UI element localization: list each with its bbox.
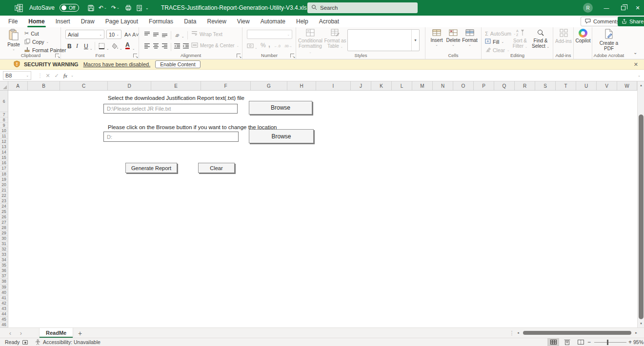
- enable-content-button[interactable]: Enable Content: [155, 60, 200, 68]
- underline-button[interactable]: U: [84, 42, 88, 50]
- scroll-right-icon[interactable]: ▸: [633, 329, 639, 336]
- location-path-input[interactable]: [103, 132, 239, 142]
- search-box[interactable]: [307, 2, 418, 13]
- scroll-down-icon[interactable]: ▾: [638, 320, 644, 327]
- font-name-select[interactable]: Arial⌄: [65, 30, 104, 39]
- comments-button[interactable]: Comments: [581, 17, 624, 26]
- vertical-scrollbar[interactable]: ▴ ▾: [637, 81, 644, 327]
- row-header-39[interactable]: 39: [0, 285, 8, 290]
- percent-style-icon[interactable]: %: [261, 41, 266, 49]
- avatar[interactable]: R: [583, 3, 593, 13]
- borders-icon[interactable]: [99, 42, 105, 50]
- clear-form-button[interactable]: Clear: [198, 163, 235, 173]
- share-button[interactable]: Share ⌄: [618, 17, 644, 26]
- restore-button[interactable]: [616, 0, 630, 16]
- decrease-font-size-icon[interactable]: A˅: [132, 31, 139, 38]
- column-header-U[interactable]: U: [576, 81, 597, 90]
- generate-report-button[interactable]: Generate Report: [125, 163, 177, 173]
- macro-recording-icon[interactable]: [22, 338, 28, 346]
- row-header-20[interactable]: 20: [0, 182, 8, 188]
- tab-insert[interactable]: Insert: [50, 16, 76, 27]
- normal-view-button[interactable]: [547, 338, 559, 346]
- row-header-26[interactable]: 26: [0, 214, 8, 220]
- create-pdf-button[interactable]: Create a PDF: [595, 29, 623, 51]
- tab-review[interactable]: Review: [201, 16, 231, 27]
- row-header-14[interactable]: 14: [0, 150, 8, 155]
- sort-filter-button[interactable]: AZ Sort & Filter ⌄: [511, 29, 529, 49]
- vertical-scroll-thumb[interactable]: [639, 115, 644, 319]
- column-header-G[interactable]: G: [251, 81, 287, 90]
- row-header-25[interactable]: 25: [0, 209, 8, 214]
- file-path-input[interactable]: [103, 104, 238, 114]
- row-header-15[interactable]: 15: [0, 155, 8, 160]
- tab-help[interactable]: Help: [291, 16, 314, 27]
- font-dialog-launcher[interactable]: [133, 54, 137, 58]
- tab-formulas[interactable]: Formulas: [143, 16, 179, 27]
- tab-data[interactable]: Data: [179, 16, 201, 27]
- column-header-W[interactable]: W: [617, 81, 637, 90]
- borders-chevron-icon[interactable]: ⌄: [106, 45, 109, 52]
- zoom-level[interactable]: 95%: [633, 338, 644, 346]
- cancel-icon[interactable]: ✕: [44, 71, 52, 80]
- column-header-V[interactable]: V: [597, 81, 617, 90]
- decrease-decimal-icon[interactable]: .00→: [284, 42, 292, 50]
- row-header-28[interactable]: 28: [0, 225, 8, 231]
- row-header-35[interactable]: 35: [0, 263, 8, 268]
- accounting-format-icon[interactable]: [247, 42, 254, 49]
- minimize-button[interactable]: —: [599, 0, 614, 16]
- row-header-27[interactable]: 27: [0, 220, 8, 225]
- horizontal-scroll-thumb[interactable]: [523, 331, 631, 335]
- enter-icon[interactable]: ✓: [53, 71, 60, 80]
- format-cells-button[interactable]: Format ⌄: [462, 29, 478, 46]
- column-header-C[interactable]: C: [60, 81, 108, 90]
- column-header-T[interactable]: T: [556, 81, 576, 90]
- italic-button[interactable]: I: [76, 42, 78, 50]
- column-header-E[interactable]: E: [151, 81, 201, 90]
- page-break-view-button[interactable]: [575, 338, 586, 346]
- column-header-F[interactable]: F: [201, 81, 251, 90]
- row-header-6[interactable]: 6: [0, 91, 8, 112]
- browse-location-button[interactable]: Browse: [249, 129, 314, 143]
- number-dialog-launcher[interactable]: [290, 54, 294, 58]
- align-right-icon[interactable]: [161, 42, 168, 49]
- security-bar-close-icon[interactable]: ✕: [634, 61, 638, 68]
- column-header-O[interactable]: O: [453, 81, 474, 90]
- save-icon[interactable]: [87, 0, 95, 16]
- zoom-slider-track[interactable]: [594, 342, 626, 343]
- addins-button[interactable]: Add-ins: [554, 29, 573, 44]
- row-header-44[interactable]: 44: [0, 311, 8, 317]
- column-header-A[interactable]: A: [8, 81, 28, 90]
- center-icon[interactable]: [153, 42, 159, 49]
- row-header-42[interactable]: 42: [0, 301, 8, 306]
- zoom-in-icon[interactable]: +: [628, 338, 632, 346]
- column-header-M[interactable]: M: [412, 81, 433, 90]
- row-header-21[interactable]: 21: [0, 188, 8, 193]
- wrap-text-button[interactable]: Wrap Text: [191, 30, 222, 38]
- copilot-button[interactable]: Copilot: [574, 29, 592, 43]
- comma-style-icon[interactable]: ,: [268, 40, 270, 48]
- accessibility-status[interactable]: Accessibility: Unavailable: [43, 338, 101, 346]
- alignment-dialog-launcher[interactable]: [237, 54, 241, 58]
- increase-indent-icon[interactable]: [182, 42, 189, 49]
- row-header-23[interactable]: 23: [0, 198, 8, 204]
- row-header-16[interactable]: 16: [0, 160, 8, 166]
- column-header-P[interactable]: P: [474, 81, 494, 90]
- close-button[interactable]: ✕: [630, 0, 644, 16]
- row-header-41[interactable]: 41: [0, 295, 8, 301]
- accounting-chevron-icon[interactable]: ⌄: [255, 44, 257, 51]
- macros-disabled-link[interactable]: Macros have been disabled.: [83, 61, 151, 67]
- row-header-38[interactable]: 38: [0, 279, 8, 284]
- decrease-indent-icon[interactable]: [174, 42, 181, 49]
- row-header-22[interactable]: 22: [0, 193, 8, 198]
- select-all-corner[interactable]: [0, 81, 8, 90]
- collapse-ribbon-icon[interactable]: ⌄: [633, 50, 637, 55]
- row-header-30[interactable]: 30: [0, 236, 8, 241]
- underline-chevron-icon[interactable]: ⌄: [90, 45, 92, 52]
- zoom-slider-thumb[interactable]: [607, 340, 608, 345]
- row-header-8[interactable]: 8: [0, 117, 8, 123]
- tab-draw[interactable]: Draw: [76, 16, 100, 27]
- delete-cells-button[interactable]: Delete ⌄: [446, 29, 461, 46]
- scroll-up-icon[interactable]: ▴: [638, 81, 644, 89]
- row-header-34[interactable]: 34: [0, 257, 8, 263]
- cut-button[interactable]: ✂ Cut: [24, 30, 39, 37]
